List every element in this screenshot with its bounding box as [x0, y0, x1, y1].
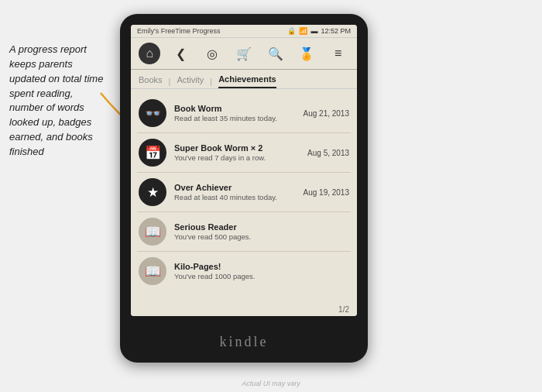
status-bar-title: Emily's FreeTime Progress — [137, 27, 220, 35]
lock-icon: 🔒 — [287, 27, 296, 35]
achievement-desc-bookworm: Read at least 35 minutes today. — [174, 114, 296, 122]
achievement-item-seriousreader: 📖 Serious Reader You've read 500 pages. — [137, 212, 351, 252]
achievement-desc-kilopages: You've read 1000 pages. — [174, 272, 341, 280]
achievement-icon-kilopages: 📖 — [139, 257, 166, 285]
nav-bar: ⌂ ❮ ◎ 🛒 🔍 🏅 ≡ — [131, 38, 357, 70]
battery-icon: ▬ — [310, 27, 317, 35]
achievement-desc-overachiever: Read at least 40 minutes today. — [174, 193, 296, 201]
wifi-icon: 📶 — [299, 27, 307, 35]
status-time: 12:52 PM — [321, 27, 351, 35]
achievement-title-kilopages: Kilo-Pages! — [174, 262, 341, 271]
achievement-date-bookworm: Aug 21, 2013 — [304, 109, 350, 118]
kindle-brand-label: kindle — [120, 334, 368, 350]
achievement-icon-seriousreader: 📖 — [139, 218, 166, 246]
nav-cart[interactable]: 🛒 — [233, 43, 255, 64]
achievement-icon-overachiever: ★ — [139, 178, 166, 206]
tabs-bar: Books | Activity | Achievements — [131, 70, 357, 89]
achievement-title-seriousreader: Serious Reader — [174, 222, 341, 232]
nav-location[interactable]: ◎ — [201, 43, 223, 64]
achievement-item-bookworm: 👓 Book Worm Read at least 35 minutes tod… — [137, 94, 351, 133]
achievement-title-overachiever: Over Achiever — [174, 183, 296, 192]
tab-achievements[interactable]: Achievements — [218, 74, 276, 88]
pagination-text: 1/2 — [338, 305, 349, 314]
achievement-desc-superbookworm: You've read 7 days in a row. — [174, 153, 300, 162]
nav-achievements[interactable]: 🏅 — [296, 43, 317, 64]
achievement-icon-superbookworm: 📅 — [139, 139, 166, 167]
nav-menu[interactable]: ≡ — [328, 43, 349, 64]
kindle-screen: Emily's FreeTime Progress 🔒 📶 ▬ 12:52 PM… — [131, 25, 357, 316]
status-bar: Emily's FreeTime Progress 🔒 📶 ▬ 12:52 PM — [131, 25, 357, 38]
achievement-date-overachiever: Aug 19, 2013 — [304, 188, 350, 197]
nav-back[interactable]: ❮ — [170, 43, 192, 64]
kindle-device: Emily's FreeTime Progress 🔒 📶 ▬ 12:52 PM… — [120, 14, 368, 363]
achievement-item-kilopages: 📖 Kilo-Pages! You've read 1000 pages. — [137, 252, 351, 291]
achievement-list: 👓 Book Worm Read at least 35 minutes tod… — [131, 89, 357, 303]
tab-activity[interactable]: Activity — [177, 75, 204, 88]
actual-ui-note: Actual UI may vary — [242, 380, 300, 387]
achievement-item-superbookworm: 📅 Super Book Worm × 2 You've read 7 days… — [137, 133, 351, 173]
achievement-desc-seriousreader: You've read 500 pages. — [174, 232, 341, 241]
achievement-title-bookworm: Book Worm — [174, 104, 296, 113]
status-bar-right: 🔒 📶 ▬ 12:52 PM — [287, 27, 351, 35]
nav-home[interactable]: ⌂ — [139, 43, 160, 64]
achievement-icon-bookworm: 👓 — [139, 99, 166, 127]
nav-search[interactable]: 🔍 — [265, 43, 286, 64]
achievement-date-superbookworm: Aug 5, 2013 — [307, 149, 349, 157]
achievement-item-overachiever: ★ Over Achiever Read at least 40 minutes… — [137, 173, 351, 212]
pagination: 1/2 — [131, 303, 357, 316]
annotation-text: A progress report keeps parents updated … — [9, 43, 110, 160]
tab-books[interactable]: Books — [139, 75, 163, 88]
achievement-title-superbookworm: Super Book Worm × 2 — [174, 143, 300, 153]
